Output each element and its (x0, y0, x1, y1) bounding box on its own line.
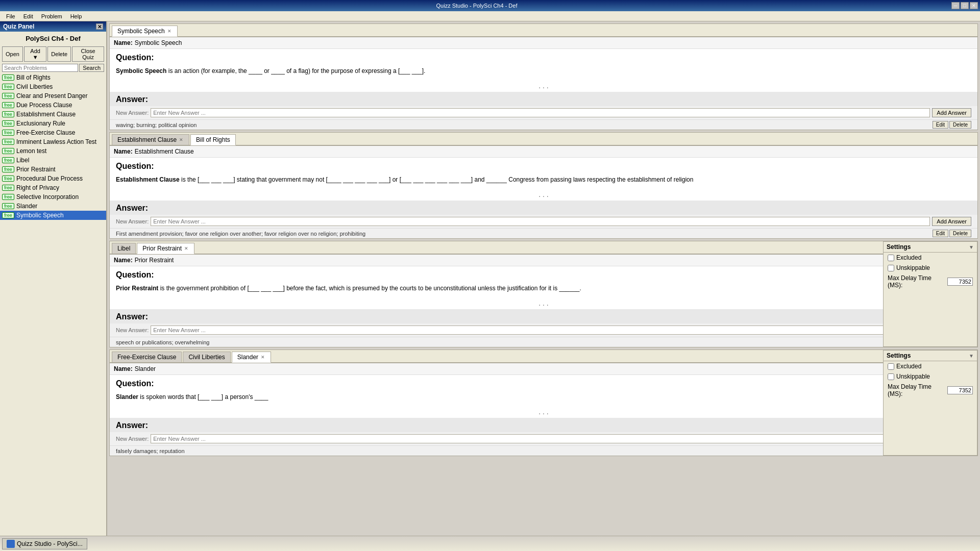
problem-name: Establishment Clause (16, 111, 76, 118)
delete-answer-button[interactable]: Delete (949, 121, 971, 129)
problem-card-establishment-clause: Establishment Clause✕Bill of RightsName:… (109, 132, 978, 239)
delete-button[interactable]: Delete (47, 46, 71, 62)
open-button[interactable]: Open (2, 46, 23, 62)
close-quiz-button[interactable]: Close Quiz (72, 46, 104, 62)
taskbar-label: Quizz Studio - PolySci... (17, 540, 83, 547)
tab-bar-slander: Free-Exercise ClauseCivil LibertiesSland… (110, 350, 977, 363)
answer-item-row: waving; burning; political opinion Edit … (110, 119, 977, 130)
free-badge: free (2, 157, 14, 163)
question-title: Question: (110, 266, 977, 282)
problem-name: Libel (16, 157, 29, 164)
dots-row: . . . (110, 297, 977, 309)
taskbar-item[interactable]: Quizz Studio - PolySci... (2, 538, 87, 549)
sidebar-item-clear-and-present-danger[interactable]: freeClear and Present Danger (0, 91, 106, 101)
free-badge: free (2, 130, 14, 136)
settings-expand-button[interactable]: ▼ (969, 244, 974, 250)
new-answer-input[interactable] (151, 217, 930, 226)
max-delay-input[interactable] (947, 278, 973, 286)
excluded-checkbox[interactable] (888, 363, 894, 370)
unskippable-row: Unskippable (884, 263, 977, 273)
free-badge: free (2, 194, 14, 200)
title-bar-buttons: ─ □ ✕ (951, 2, 978, 9)
sidebar-item-free-exercise-clause[interactable]: freeFree-Exercise Clause (0, 128, 106, 137)
unskippable-checkbox[interactable] (888, 265, 894, 271)
answer-title: Answer: (110, 92, 977, 106)
excluded-row: Excluded (884, 253, 977, 263)
menu-file[interactable]: File (2, 12, 19, 20)
sidebar-item-imminent-lawless-action-test[interactable]: freeImminent Lawless Action Test (0, 137, 106, 146)
add-button[interactable]: Add ▼ (24, 46, 46, 62)
settings-panel-slander: Settings ▼ Excluded Unskippable Max Dela… (883, 350, 977, 456)
tab-close-icon[interactable]: ✕ (260, 355, 265, 360)
settings-header: Settings ▼ (884, 242, 977, 253)
new-answer-row: New Answer: Add Answer (110, 323, 977, 337)
new-answer-input[interactable] (151, 108, 930, 117)
tab-establishment-clause[interactable]: Establishment Clause✕ (112, 134, 189, 145)
problem-name: Imminent Lawless Action Test (16, 138, 96, 145)
answer-title: Answer: (110, 418, 977, 432)
menu-problem[interactable]: Problem (37, 12, 66, 20)
sidebar-item-right-of-privacy[interactable]: freeRight of Privacy (0, 183, 106, 192)
sidebar-item-procedural-due-process[interactable]: freeProcedural Due Process (0, 174, 106, 183)
menu-edit[interactable]: Edit (19, 12, 37, 20)
tab-bill-of-rights[interactable]: Bill of Rights (190, 134, 236, 145)
new-answer-row: New Answer: Add Answer (110, 215, 977, 228)
sidebar-item-lemon-test[interactable]: freeLemon test (0, 146, 106, 156)
settings-header: Settings ▼ (884, 350, 977, 361)
minimize-button[interactable]: ─ (951, 2, 960, 9)
sidebar-item-civil-liberties[interactable]: freeCivil Liberties (0, 82, 106, 91)
tab-slander[interactable]: Slander✕ (232, 352, 271, 363)
sidebar-item-symbolic-speech[interactable]: freeSymbolic Speech (0, 211, 106, 220)
panel-close-button[interactable]: ✕ (96, 23, 103, 30)
tab-close-icon[interactable]: ✕ (184, 246, 189, 251)
sidebar-item-prior-restraint[interactable]: freePrior Restraint (0, 165, 106, 174)
excluded-checkbox[interactable] (888, 255, 894, 261)
edit-answer-button[interactable]: Edit (933, 121, 948, 129)
sidebar-item-libel[interactable]: freeLibel (0, 156, 106, 165)
dots-row: . . . (110, 188, 977, 201)
edit-answer-button[interactable]: Edit (933, 230, 948, 237)
free-badge: free (2, 102, 14, 108)
free-badge: free (2, 166, 14, 172)
sidebar-item-selective-incorporation[interactable]: freeSelective Incorporation (0, 192, 106, 202)
free-badge: free (2, 74, 14, 81)
sidebar-item-establishment-clause[interactable]: freeEstablishment Clause (0, 110, 106, 119)
tab-label: Libel (117, 245, 130, 252)
tab-symbolic-speech[interactable]: Symbolic Speech✕ (112, 26, 178, 37)
answer-item-text: First amendment provision; favor one rel… (116, 231, 365, 237)
delete-answer-button[interactable]: Delete (949, 230, 971, 237)
tab-close-icon[interactable]: ✕ (179, 137, 184, 142)
question-text: Slander is spoken words that [___ ___] a… (110, 390, 977, 406)
new-answer-input[interactable] (151, 434, 930, 443)
max-delay-input[interactable] (947, 386, 973, 394)
answer-item-text: falsely damages; reputation (116, 448, 185, 454)
close-button[interactable]: ✕ (970, 2, 978, 9)
settings-label: Settings (887, 352, 911, 359)
settings-expand-button[interactable]: ▼ (969, 353, 974, 359)
sidebar-item-bill-of-rights[interactable]: freeBill of Rights (0, 73, 106, 82)
right-area: Symbolic Speech✕Name:Symbolic SpeechQues… (107, 21, 980, 551)
answer-title: Answer: (110, 201, 977, 215)
free-badge: free (2, 203, 14, 209)
add-answer-button[interactable]: Add Answer (932, 108, 971, 117)
new-answer-input[interactable] (151, 325, 930, 335)
tab-libel[interactable]: Libel (112, 243, 136, 254)
new-answer-label: New Answer: (116, 436, 149, 442)
tab-civil-liberties[interactable]: Civil Liberties (183, 352, 230, 362)
add-answer-button[interactable]: Add Answer (932, 217, 971, 226)
sidebar-item-due-process-clause[interactable]: freeDue Process Clause (0, 101, 106, 110)
tab-prior-restraint[interactable]: Prior Restraint✕ (137, 243, 194, 254)
max-delay-row: Max Delay Time (MS): (884, 273, 977, 290)
name-value: Establishment Clause (135, 148, 194, 155)
tab-free-exercise-clause[interactable]: Free-Exercise Clause (112, 352, 182, 362)
search-input[interactable] (2, 64, 78, 72)
unskippable-checkbox[interactable] (888, 373, 894, 380)
sidebar-item-slander[interactable]: freeSlander (0, 202, 106, 211)
menu-help[interactable]: Help (66, 12, 86, 20)
sidebar-item-exclusionary-rule[interactable]: freeExclusionary Rule (0, 119, 106, 128)
search-button[interactable]: Search (79, 64, 104, 72)
tab-label: Establishment Clause (117, 136, 177, 143)
tab-close-icon[interactable]: ✕ (167, 29, 172, 34)
name-row: Name:Establishment Clause (110, 146, 977, 158)
maximize-button[interactable]: □ (961, 2, 969, 9)
